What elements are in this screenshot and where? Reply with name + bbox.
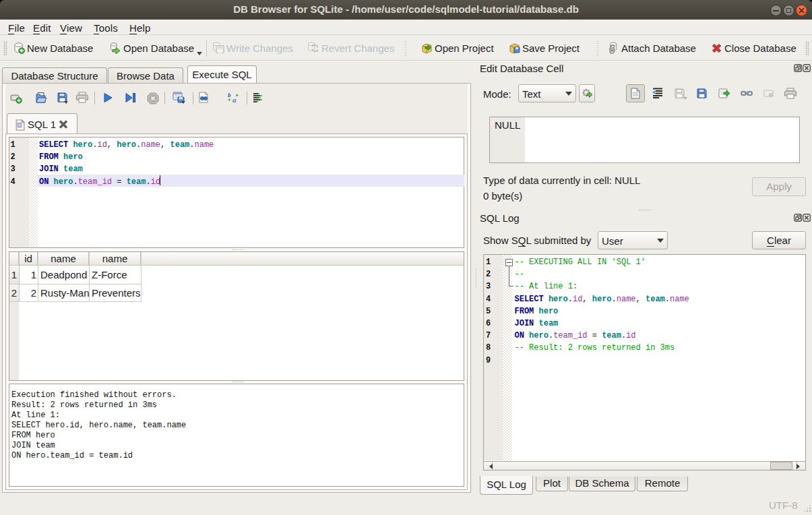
svg-text:b: b	[228, 92, 231, 98]
svg-text:a: a	[232, 96, 237, 104]
